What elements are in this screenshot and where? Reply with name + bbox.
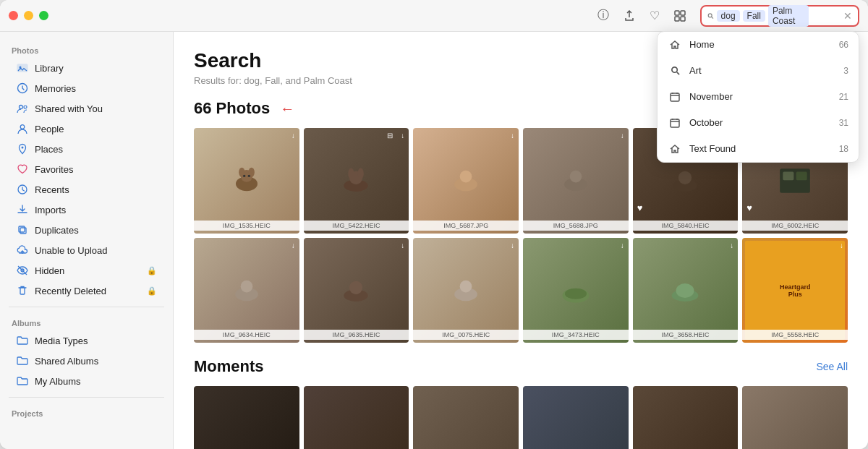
eye-icon bbox=[16, 264, 29, 277]
info-button[interactable]: ⓘ bbox=[597, 8, 609, 23]
search-dropdown: Home 66 Art 3 November bbox=[657, 31, 859, 163]
sidebar-item-label-shared-with-you: Shared with You bbox=[35, 103, 157, 114]
sidebar-item-hidden[interactable]: Hidden 🔒 bbox=[4, 260, 169, 281]
photo-name-10: IMG_3473.HEIC bbox=[523, 330, 629, 340]
sidebar-item-shared-with-you[interactable]: Shared with You bbox=[4, 98, 169, 119]
moment-cell-1[interactable] bbox=[194, 386, 299, 449]
dropdown-item-home[interactable]: Home 66 bbox=[658, 32, 859, 58]
sidebar-item-label-duplicates: Duplicates bbox=[35, 225, 157, 236]
photo-name-6: IMG_6002.HEIC bbox=[742, 221, 848, 231]
svg-rect-24 bbox=[20, 228, 26, 234]
svg-point-51 bbox=[349, 281, 362, 294]
download-icon-4: ↓ bbox=[621, 132, 624, 140]
layout-button[interactable] bbox=[674, 10, 686, 22]
clear-search-button[interactable]: ✕ bbox=[843, 10, 852, 22]
dropdown-count-art: 3 bbox=[843, 66, 848, 76]
minimize-button[interactable] bbox=[24, 11, 33, 20]
download-icon-3: ↓ bbox=[511, 132, 514, 140]
favorites-button[interactable]: ♡ bbox=[650, 9, 660, 22]
photo-cell-9[interactable]: ↓ IMG_0075.HEIC bbox=[413, 238, 519, 343]
places-icon bbox=[16, 142, 29, 155]
titlebar: ⓘ ♡ dog Fall Palm Coast ✕ bbox=[0, 0, 868, 32]
home-icon bbox=[668, 38, 682, 52]
download-icon-10: ↓ bbox=[621, 241, 624, 249]
sidebar-item-duplicates[interactable]: Duplicates bbox=[4, 220, 169, 240]
hidden-lock-icon: 🔒 bbox=[147, 266, 157, 275]
photo-cell-1[interactable]: ↓ IMG_1535.HEIC bbox=[194, 128, 299, 234]
sidebar-item-recents[interactable]: Recents bbox=[4, 179, 169, 200]
svg-point-40 bbox=[460, 171, 472, 183]
sidebar-section-projects: Projects bbox=[0, 403, 173, 421]
sidebar: Photos Library Memories Shared with You bbox=[0, 32, 174, 449]
trash-icon bbox=[16, 284, 29, 297]
svg-point-6 bbox=[671, 67, 676, 72]
sidebar-item-unable-to-upload[interactable]: Unable to Upload bbox=[4, 240, 169, 260]
sidebar-item-imports[interactable]: Imports bbox=[4, 200, 169, 220]
photo-cell-4[interactable]: ↓ IMG_5688.JPG bbox=[523, 128, 629, 234]
svg-point-44 bbox=[678, 171, 692, 184]
moment-cell-2[interactable] bbox=[304, 386, 409, 449]
favorites-heart-icon bbox=[16, 163, 29, 176]
svg-point-20 bbox=[24, 106, 27, 108]
dropdown-item-art[interactable]: Art 3 bbox=[658, 58, 859, 84]
svg-point-37 bbox=[349, 168, 354, 179]
svg-point-33 bbox=[243, 174, 245, 176]
folder-icon-my bbox=[16, 375, 29, 388]
photo-cell-7[interactable]: ↓ IMG_9634.HEIC bbox=[194, 238, 299, 343]
photo-cell-12[interactable]: ↓ HeartgardPlus IMG_5558.HEIC bbox=[742, 238, 848, 343]
photo-cell-8[interactable]: ↓ IMG_9635.HEIC bbox=[304, 238, 409, 343]
svg-point-49 bbox=[240, 280, 252, 292]
moment-cell-6[interactable] bbox=[742, 386, 848, 449]
svg-rect-0 bbox=[675, 11, 679, 15]
svg-rect-12 bbox=[671, 119, 679, 127]
maximize-button[interactable] bbox=[39, 11, 48, 20]
photo-cell-3[interactable]: ↓ IMG_5687.JPG bbox=[413, 128, 519, 234]
share-button[interactable] bbox=[624, 10, 635, 22]
moment-cell-5[interactable] bbox=[633, 386, 739, 449]
svg-rect-25 bbox=[19, 226, 25, 232]
sidebar-item-shared-albums[interactable]: Shared Albums bbox=[4, 351, 169, 371]
close-button[interactable] bbox=[9, 11, 18, 20]
dropdown-item-text-found[interactable]: Text Found 18 bbox=[658, 136, 859, 162]
moments-section-header: Moments See All bbox=[194, 357, 848, 376]
dropdown-item-november[interactable]: November 21 bbox=[658, 84, 859, 110]
svg-rect-47 bbox=[796, 171, 807, 180]
download-icon-9: ↓ bbox=[511, 241, 514, 249]
sidebar-item-media-types[interactable]: Media Types bbox=[4, 330, 169, 351]
svg-point-38 bbox=[358, 168, 364, 179]
sidebar-item-favorites[interactable]: Favorites bbox=[4, 159, 169, 179]
photo-cell-10[interactable]: ↓ IMG_3473.HEIC bbox=[523, 238, 629, 343]
sidebar-item-people[interactable]: People bbox=[4, 119, 169, 139]
moments-grid bbox=[194, 386, 848, 449]
photo-name-8: IMG_9635.HEIC bbox=[304, 330, 409, 340]
sidebar-item-label-people: People bbox=[35, 124, 157, 134]
see-all-button[interactable]: See All bbox=[816, 361, 848, 372]
search-tag-palmcoast: Palm Coast bbox=[768, 5, 809, 27]
recently-deleted-lock-icon: 🔒 bbox=[147, 286, 157, 296]
memories-icon bbox=[16, 82, 29, 95]
photos-count: 66 Photos bbox=[194, 99, 270, 118]
sidebar-item-my-albums[interactable]: My Albums bbox=[4, 371, 169, 391]
download-icon-7: ↓ bbox=[292, 241, 295, 249]
dropdown-item-october[interactable]: October 31 bbox=[658, 110, 859, 136]
sidebar-item-memories[interactable]: Memories bbox=[4, 78, 169, 98]
dropdown-count-home: 66 bbox=[839, 40, 848, 50]
svg-point-21 bbox=[20, 125, 25, 129]
svg-rect-1 bbox=[681, 11, 685, 15]
sidebar-item-label-library: Library bbox=[35, 63, 157, 74]
svg-rect-8 bbox=[671, 93, 679, 101]
moment-cell-3[interactable] bbox=[413, 386, 519, 449]
moment-cell-4[interactable] bbox=[523, 386, 629, 449]
svg-point-4 bbox=[708, 13, 712, 17]
sidebar-item-places[interactable]: Places bbox=[4, 139, 169, 159]
sidebar-item-library[interactable]: Library bbox=[4, 58, 169, 78]
cloud-icon bbox=[16, 244, 29, 257]
photo-cell-11[interactable]: ↓ IMG_3658.HEIC bbox=[633, 238, 739, 343]
search-input[interactable] bbox=[812, 10, 841, 21]
photo-name-11: IMG_3658.HEIC bbox=[633, 330, 739, 340]
calendar-icon-november bbox=[668, 90, 682, 104]
photo-cell-2[interactable]: ⊟ ↓ IMG_5422.HEIC bbox=[304, 128, 409, 234]
sidebar-item-recently-deleted[interactable]: Recently Deleted 🔒 bbox=[4, 281, 169, 301]
search-bar[interactable]: dog Fall Palm Coast ✕ bbox=[700, 5, 859, 27]
moments-title: Moments bbox=[194, 357, 264, 376]
